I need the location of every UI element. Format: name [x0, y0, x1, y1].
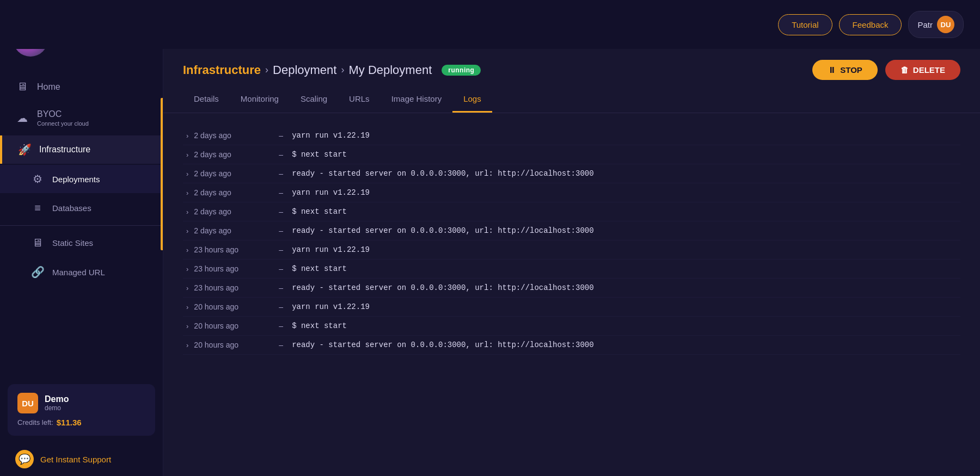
sidebar-item-managed-url-label: Managed URL: [52, 268, 105, 277]
status-badge: running: [442, 65, 481, 76]
log-rows: › 2 days ago – yarn run v1.22.19 › 2 day…: [183, 126, 960, 355]
breadcrumb-infrastructure[interactable]: Infrastructure: [183, 63, 261, 77]
tab-image-history[interactable]: Image History: [381, 89, 453, 113]
log-time: 2 days ago: [194, 188, 270, 197]
support-button[interactable]: 💬 Get Instant Support: [0, 442, 163, 476]
infrastructure-icon: 🚀: [17, 143, 32, 156]
databases-icon: ≡: [30, 202, 45, 214]
log-message: ready - started server on 0.0.0.0:3000, …: [292, 226, 594, 235]
log-time: 23 hours ago: [194, 245, 270, 254]
sidebar-nav: 🖥 Home ☁ BYOC Connect your cloud 🚀 Infra…: [0, 73, 163, 378]
log-chevron[interactable]: ›: [186, 189, 188, 197]
log-chevron[interactable]: ›: [186, 284, 188, 292]
log-time: 2 days ago: [194, 226, 270, 235]
log-message: ready - started server on 0.0.0.0:3000, …: [292, 341, 594, 349]
feedback-button[interactable]: Feedback: [839, 14, 902, 35]
log-chevron[interactable]: ›: [186, 151, 188, 159]
log-chevron[interactable]: ›: [186, 246, 188, 254]
log-chevron[interactable]: ›: [186, 208, 188, 216]
log-message: yarn run v1.22.19: [292, 131, 370, 140]
support-icon: 💬: [15, 450, 34, 468]
sidebar-item-databases[interactable]: ≡ Databases: [0, 194, 163, 222]
log-time: 20 hours ago: [194, 341, 270, 349]
account-card: DU Demo demo Credits left: $11.36: [8, 384, 155, 436]
sidebar-item-deployments-label: Deployments: [52, 175, 100, 184]
deployments-icon: ⚙: [30, 172, 45, 186]
log-dash: –: [279, 131, 283, 140]
sidebar-item-infrastructure[interactable]: 🚀 Infrastructure: [0, 135, 163, 164]
credits-row: Credits left: $11.36: [17, 418, 145, 427]
delete-button[interactable]: 🗑 DELETE: [885, 60, 960, 80]
log-time: 20 hours ago: [194, 322, 270, 330]
tab-details[interactable]: Details: [183, 89, 230, 113]
log-chevron[interactable]: ›: [186, 341, 188, 349]
user-menu[interactable]: Patr DU: [908, 11, 964, 38]
sidebar-item-static-sites[interactable]: 🖥 Static Sites: [0, 229, 163, 257]
breadcrumb-deployment[interactable]: Deployment: [273, 63, 336, 77]
account-avatar: DU: [17, 393, 38, 413]
account-username: demo: [45, 404, 69, 412]
log-dash: –: [279, 150, 283, 159]
account-name: Demo: [45, 394, 69, 404]
home-icon: 🖥: [15, 81, 29, 93]
header-actions: ⏸ STOP 🗑 DELETE: [812, 60, 960, 80]
log-message: $ next start: [292, 322, 347, 330]
sidebar-item-home-label: Home: [37, 82, 60, 92]
log-time: 2 days ago: [194, 169, 270, 178]
breadcrumb-sep-2: ›: [341, 64, 344, 76]
stop-icon: ⏸: [828, 65, 836, 75]
sidebar-item-byoc[interactable]: ☁ BYOC Connect your cloud: [0, 102, 163, 134]
cloud-icon: ☁: [15, 112, 29, 125]
log-chevron[interactable]: ›: [186, 265, 188, 273]
log-dash: –: [279, 283, 283, 292]
stop-button[interactable]: ⏸ STOP: [812, 60, 878, 80]
log-chevron[interactable]: ›: [186, 303, 188, 311]
log-chevron[interactable]: ›: [186, 132, 188, 140]
log-row: › 20 hours ago – ready - started server …: [183, 336, 960, 355]
log-area[interactable]: › 2 days ago – yarn run v1.22.19 › 2 day…: [163, 113, 980, 476]
log-message: $ next start: [292, 207, 347, 216]
log-row: › 23 hours ago – ready - started server …: [183, 279, 960, 298]
sidebar-item-deployments[interactable]: ⚙ Deployments: [0, 165, 163, 193]
sidebar-item-managed-url[interactable]: 🔗 Managed URL: [0, 258, 163, 286]
log-dash: –: [279, 188, 283, 197]
sidebar-item-databases-label: Databases: [52, 203, 91, 213]
byoc-label: BYOC: [37, 109, 89, 119]
log-chevron[interactable]: ›: [186, 322, 188, 330]
tab-scaling[interactable]: Scaling: [290, 89, 338, 113]
byoc-sublabel: Connect your cloud: [37, 120, 89, 127]
log-dash: –: [279, 207, 283, 216]
sidebar-accent: [161, 98, 163, 250]
breadcrumb-sep-1: ›: [265, 64, 268, 76]
tab-urls[interactable]: URLs: [338, 89, 381, 113]
log-chevron[interactable]: ›: [186, 170, 188, 178]
tab-monitoring[interactable]: Monitoring: [230, 89, 290, 113]
log-time: 2 days ago: [194, 131, 270, 140]
breadcrumb: Infrastructure › Deployment › My Deploym…: [183, 63, 481, 77]
account-top: DU Demo demo: [17, 393, 145, 413]
log-row: › 20 hours ago – $ next start: [183, 317, 960, 336]
static-sites-icon: 🖥: [30, 237, 45, 249]
account-info: Demo demo: [45, 394, 69, 412]
log-message: yarn run v1.22.19: [292, 188, 370, 197]
sidebar-item-home[interactable]: 🖥 Home: [0, 73, 163, 101]
tab-logs[interactable]: Logs: [452, 89, 492, 113]
log-message: yarn run v1.22.19: [292, 302, 370, 311]
log-dash: –: [279, 302, 283, 311]
log-message: yarn run v1.22.19: [292, 245, 370, 254]
log-dash: –: [279, 341, 283, 349]
log-chevron[interactable]: ›: [186, 227, 188, 235]
tabs: Details Monitoring Scaling URLs Image Hi…: [163, 80, 980, 113]
log-message: ready - started server on 0.0.0.0:3000, …: [292, 169, 594, 178]
main-content: Infrastructure › Deployment › My Deploym…: [163, 0, 980, 476]
log-message: $ next start: [292, 150, 347, 159]
main-layout: PATR 🖥 Home ☁ BYOC Connect your cloud 🚀 …: [0, 0, 980, 476]
log-time: 2 days ago: [194, 207, 270, 216]
log-message: $ next start: [292, 264, 347, 273]
log-time: 23 hours ago: [194, 264, 270, 273]
tutorial-button[interactable]: Tutorial: [778, 14, 832, 35]
log-row: › 2 days ago – ready - started server on…: [183, 164, 960, 183]
breadcrumb-my-deployment: My Deployment: [348, 63, 432, 77]
page-header: Infrastructure › Deployment › My Deploym…: [163, 49, 980, 80]
user-label: Patr: [917, 20, 933, 29]
